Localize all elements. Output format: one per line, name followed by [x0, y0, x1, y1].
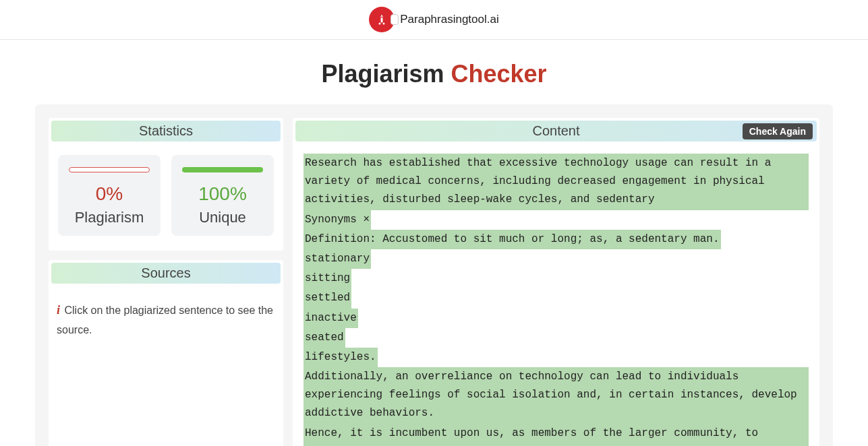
title-prefix: Plagiarism [321, 60, 451, 88]
stat-unique: 100% Unique [171, 155, 274, 236]
plagiarism-bar [69, 167, 150, 172]
info-icon: i [57, 303, 60, 317]
synonyms-definition: Definition: Accustomed to sit much or lo… [303, 230, 721, 249]
main-container: Statistics 0% Plagiarism 100% Unique Sou… [35, 104, 833, 446]
plagiarism-label: Plagiarism [65, 209, 154, 226]
left-column: Statistics 0% Plagiarism 100% Unique Sou… [49, 118, 283, 446]
site-header: Paraphrasingtool.ai [0, 0, 868, 40]
synonym-item[interactable]: seated [303, 328, 345, 348]
page-title: Plagiarism Checker [0, 40, 868, 104]
logo-icon [369, 7, 395, 32]
plagiarism-value: 0% [65, 183, 154, 205]
content-header: Content [295, 121, 817, 141]
sources-header: Sources [51, 263, 281, 284]
content-para1[interactable]: Research has established that excessive … [303, 154, 809, 210]
sources-body: i Click on the plagiarized sentence to s… [49, 290, 283, 348]
synonym-item[interactable]: settled [303, 288, 351, 308]
content-card: Content Check Again Research has establi… [293, 118, 819, 446]
content-header-wrap: Content Check Again [295, 121, 817, 141]
unique-value: 100% [178, 183, 267, 205]
synonym-item[interactable]: sitting [303, 269, 351, 288]
content-body[interactable]: Research has established that excessive … [293, 150, 819, 446]
statistics-header: Statistics [51, 121, 281, 141]
stat-plagiarism: 0% Plagiarism [58, 155, 161, 236]
synonyms-label[interactable]: Synonyms × [303, 210, 371, 230]
title-accent: Checker [451, 60, 547, 88]
content-para2c[interactable]: Hence, it is incumbent upon us, as membe… [303, 424, 809, 446]
unique-label: Unique [178, 209, 267, 226]
svg-rect-0 [381, 18, 383, 23]
content-para2b[interactable]: Additionally, an overreliance on technol… [303, 367, 809, 424]
statistics-card: Statistics 0% Plagiarism 100% Unique [49, 118, 283, 251]
stats-row: 0% Plagiarism 100% Unique [49, 148, 283, 243]
svg-point-2 [383, 23, 385, 25]
synonym-item[interactable]: inactive [303, 309, 358, 328]
svg-point-1 [379, 23, 381, 25]
synonym-item[interactable]: stationary [303, 249, 371, 269]
logo[interactable]: Paraphrasingtool.ai [369, 7, 498, 32]
sources-hint: Click on the plagiarized sentence to see… [57, 305, 273, 336]
check-again-button[interactable]: Check Again [743, 123, 813, 139]
content-para2a[interactable]: lifestyles. [303, 348, 378, 367]
unique-bar [182, 167, 263, 172]
brand-name: Paraphrasingtool.ai [400, 13, 498, 26]
sources-card: Sources i Click on the plagiarized sente… [49, 260, 283, 446]
